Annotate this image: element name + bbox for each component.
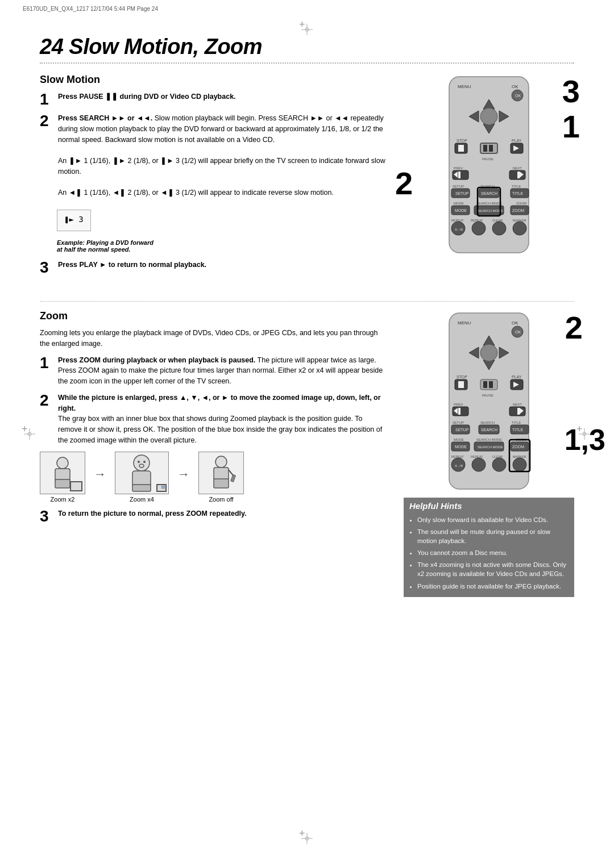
svg-text:MODE: MODE [454,202,464,205]
svg-rect-29 [483,145,487,152]
svg-text:STOP: STOP [457,375,467,379]
svg-rect-39 [517,172,520,178]
svg-text:MODE: MODE [455,445,467,449]
zoom-right: 2 MENU OK OK [404,310,574,597]
step-3-slow-content: Press PLAY ► to return to normal playbac… [58,260,387,270]
arrow-1: → [94,467,106,482]
svg-rect-99 [483,381,487,388]
step-2-text2: An ❚► 1 (1/16), ❚► 2 (1/8), or ❚► 3 (1/2… [58,157,385,176]
zoom-step-1: 1 Press ZOOM during playback or when pla… [40,355,387,387]
svg-text:SETUP: SETUP [453,185,464,188]
svg-rect-78 [214,468,229,480]
svg-text:MODE: MODE [455,208,467,212]
header-bar: E6170UD_EN_QX4_1217 12/17/04 5:44 PM Pag… [0,0,614,18]
zoom-x2-img [40,452,85,494]
svg-rect-79 [214,479,229,488]
svg-text:TITLE: TITLE [512,428,523,432]
header-text: E6170UD_EN_QX4_1217 12/17/04 5:44 PM Pag… [23,6,158,12]
svg-text:SEARCH MODE: SEARCH MODE [476,202,502,205]
svg-text:OK: OK [512,84,518,89]
zoom-step-3: 3 To return the picture to normal, press… [40,508,387,524]
remote-area-top: 31 MENU OK OK [404,74,574,256]
zoom-step-2-bold: While the picture is enlarged, press ▲, … [58,394,381,412]
hint-5: Position guide is not available for JPEG… [417,582,569,591]
remote-svg-bottom: MENU OK OK STOP PLAY [438,310,540,492]
svg-text:PAUSE: PAUSE [482,394,493,397]
svg-text:TITLE: TITLE [512,421,521,424]
svg-text:SEARCH MODE: SEARCH MODE [478,209,503,212]
step-3-slow-bold: Press PLAY ► to return to normal playbac… [58,261,206,269]
helpful-hints-title: Helpful Hints [409,501,569,511]
svg-text:TITLE: TITLE [512,191,523,195]
svg-text:ZOOM: ZOOM [512,208,524,212]
zoom-x4-img [115,452,169,494]
step-3-slow-number: 3 [40,260,52,276]
step-2-slow: 2 Press SEARCH ►► or ◄◄. Slow motion pla… [40,113,387,198]
zoom-numbers-13: 1,3 [565,424,605,456]
svg-point-63 [472,222,486,235]
svg-text:PLAY: PLAY [512,139,522,143]
svg-rect-36 [458,172,460,178]
svg-point-75 [143,461,146,463]
svg-rect-106 [458,408,460,415]
crosshair-bottom [301,833,313,844]
svg-point-91 [480,344,497,361]
svg-text:STOP: STOP [457,139,467,143]
helpful-hints-container: Helpful Hints Only slow forward is abail… [404,498,574,597]
zoom-x4-label: Zoom x4 [115,496,169,503]
svg-text:PLAY: PLAY [512,375,522,379]
svg-text:SEARCH MODE: SEARCH MODE [476,438,502,441]
step-2-number: 2 [40,113,52,129]
step-2-bold: Press SEARCH ►► or ◄◄. [58,114,152,122]
svg-rect-95 [458,381,464,388]
hint-2: The sound will be mute during paused or … [417,527,569,545]
svg-rect-25 [458,145,464,152]
svg-text:A→B: A→B [455,228,463,231]
slow-motion-right: 31 MENU OK OK [404,74,574,281]
svg-text:OK: OK [512,320,518,326]
step-1-bold: Press PAUSE ❚❚ during DVD or Video CD pl… [58,93,236,101]
helpful-hints-box: Helpful Hints Only slow forward is abail… [404,498,574,597]
svg-text:PREV: PREV [454,166,463,170]
svg-text:ZOOM: ZOOM [516,202,526,205]
step-1-slow: 1 Press PAUSE ❚❚ during DVD or Video CD … [40,91,387,107]
svg-point-135 [513,458,526,471]
svg-point-64 [492,222,506,235]
step-numbers-top: 31 [562,74,580,144]
svg-point-71 [134,455,150,471]
zoom-step-3-number: 3 [40,508,52,524]
svg-rect-70 [55,479,70,488]
svg-text:OK: OK [515,330,521,334]
step-1-content: Press PAUSE ❚❚ during DVD or Video CD pl… [58,91,387,102]
playback-indicator: ❚► 3 [64,215,84,224]
hint-4: The x4 zooming is not active with some D… [417,560,569,578]
inner-blue-box [161,486,165,489]
zoom-x2-box: Zoom x2 [40,452,85,503]
svg-text:OK: OK [515,94,521,98]
svg-text:A→B: A→B [455,464,463,468]
position-guide-x4 [156,484,167,492]
svg-text:MODE: MODE [454,438,464,441]
arrow-2: → [177,467,190,482]
main-content: 24 Slow Motion, Zoom Slow Motion 1 Press… [0,18,614,620]
remote-svg-top: MENU OK OK [438,74,540,256]
zoom-section: Zoom Zooming lets you enlarge the playba… [40,310,574,597]
svg-point-68 [57,457,68,469]
remote-area-bottom: 2 MENU OK OK [404,310,574,492]
svg-text:NEXT: NEXT [513,403,522,406]
zoom-off-label: Zoom off [198,496,244,503]
helpful-hints-list: Only slow forward is abailable for Video… [409,515,569,591]
svg-point-134 [492,458,506,471]
slow-motion-section: Slow Motion 1 Press PAUSE ❚❚ during DVD … [40,74,574,281]
svg-point-21 [480,108,497,125]
zoom-step-2: 2 While the picture is enlarged, press ▲… [40,393,387,446]
svg-text:MENU: MENU [458,84,471,89]
svg-text:SETUP: SETUP [455,428,469,432]
example-area: ❚► 3 Example: Playing a DVD forward at h… [57,204,387,253]
svg-point-77 [215,456,227,468]
example-caption: Example: Playing a DVD forward at half t… [57,239,387,253]
zoom-step-2-text: The gray box with an inner blue box that… [58,415,382,444]
svg-text:SETUP: SETUP [453,421,464,424]
svg-text:NEXT: NEXT [513,166,522,170]
svg-text:PREV: PREV [454,403,463,406]
